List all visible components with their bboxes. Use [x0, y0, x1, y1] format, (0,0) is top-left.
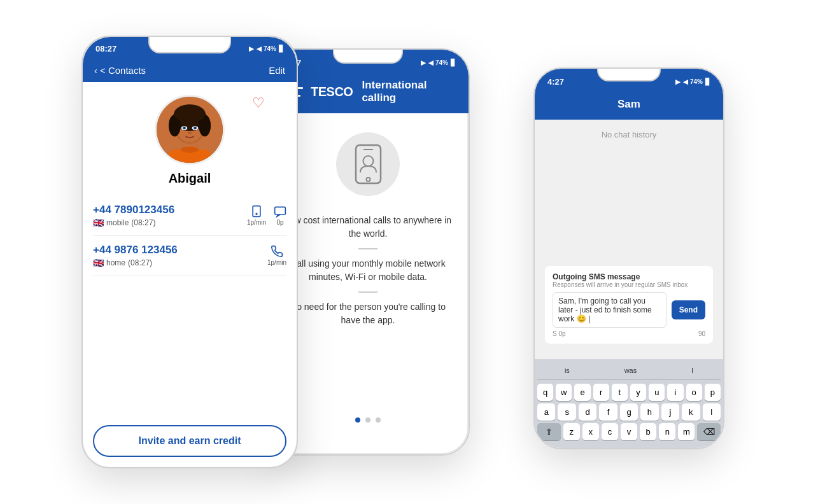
phone-illustration-svg	[351, 142, 386, 186]
phone1-back-btn[interactable]: ‹ < Contacts	[94, 65, 146, 76]
phone2-battery-icon: ▊	[451, 59, 456, 66]
key-p[interactable]: p	[705, 384, 721, 401]
key-w[interactable]: w	[556, 384, 572, 401]
chars-remaining: 90	[698, 330, 705, 337]
key-m[interactable]: m	[678, 423, 695, 440]
chat-contact-name: Sam	[617, 98, 640, 110]
key-x[interactable]: x	[582, 423, 599, 440]
phone-contacts: 08:27 ▶ ◀ 74% ▊ ‹ < Contacts Edit	[81, 36, 298, 468]
avatar-image	[157, 95, 223, 165]
dot-3[interactable]	[376, 417, 381, 423]
svg-point-16	[181, 146, 199, 152]
contact-avatar-section: ♡ Abigail	[83, 82, 297, 196]
time-label-2: (08:27)	[128, 258, 152, 267]
back-chevron-icon: ‹	[94, 65, 97, 76]
key-g[interactable]: g	[620, 403, 638, 421]
kbd-suggestions-row: is was I	[537, 364, 721, 380]
key-i[interactable]: i	[667, 384, 683, 401]
call-icon-1[interactable]: 1p/min	[247, 205, 266, 226]
scene: 08:27 ▶ ◀ 74% ▊ ‹ < Contacts Edit	[62, 10, 763, 494]
key-n[interactable]: n	[659, 423, 675, 440]
dots-indicator	[355, 417, 381, 435]
phone-entry-2[interactable]: +44 9876 123456 🇬🇧 home (08:27)	[93, 236, 286, 276]
phone2-notch	[333, 50, 403, 64]
key-y[interactable]: y	[630, 384, 646, 401]
intl-divider-1	[358, 248, 377, 249]
sms-count-row: S 0p 90	[553, 330, 705, 337]
key-a[interactable]: a	[537, 403, 555, 421]
phone-icon-svg-2	[271, 245, 283, 258]
sms-sublabel: Responses will arrive in your regular SM…	[553, 281, 705, 288]
phone-type-1: 🇬🇧 mobile (08:27)	[93, 218, 247, 228]
key-e[interactable]: e	[574, 384, 590, 401]
sms-icon-svg-1	[274, 205, 286, 218]
flag-icon-1: 🇬🇧	[93, 218, 104, 228]
sms-icon-1[interactable]: 0p	[274, 205, 286, 226]
phone3-battery-icon: ▊	[705, 78, 710, 85]
phone3-chat-header: Sam	[535, 92, 723, 120]
phone-entry-1[interactable]: +44 7890123456 🇬🇧 mobile (08:27)	[93, 196, 286, 236]
key-u[interactable]: u	[649, 384, 665, 401]
phone-entry-2-info: +44 9876 123456 🇬🇧 home (08:27)	[93, 244, 267, 268]
svg-rect-17	[253, 206, 260, 217]
dot-1[interactable]	[355, 417, 360, 423]
phone2-battery: ◀ 74%	[428, 59, 448, 66]
key-h[interactable]: h	[640, 403, 658, 421]
phone-illustration	[336, 132, 400, 196]
phone3-screen: 4:27 ▶ ◀ 74% ▊ Sam No chat history Outgo…	[535, 69, 723, 448]
svg-point-21	[366, 178, 370, 181]
key-backspace[interactable]: ⌫	[697, 423, 721, 440]
phone3-status-icons: ▶ ◀ 74% ▊	[675, 78, 710, 85]
intl-calling-title: International calling	[362, 79, 458, 104]
key-f[interactable]: f	[599, 403, 617, 421]
kbd-suggestion-1[interactable]: is	[565, 367, 570, 374]
phone1-contact-screen: ♡ Abigail +44 7890123456 🇬🇧 mobile (08:2…	[83, 82, 297, 468]
phone-numbers-section: +44 7890123456 🇬🇧 mobile (08:27)	[83, 196, 297, 416]
kbd-row-2: a s d f g h j k l	[537, 403, 721, 421]
phone3-chat-body: No chat history Outgoing SMS message Res…	[535, 120, 723, 359]
phone1-back-label[interactable]: < Contacts	[100, 65, 146, 76]
phone1-battery-pct: ◀ 74%	[257, 45, 276, 52]
invite-earn-button[interactable]: Invite and earn credit	[93, 425, 286, 457]
intl-feature-3: No need for the person you're calling to…	[283, 300, 453, 327]
key-t[interactable]: t	[612, 384, 628, 401]
key-z[interactable]: z	[563, 423, 580, 440]
phone-type-2: 🇬🇧 home (08:27)	[93, 258, 267, 268]
phone-entry-2-icons: 1p/min	[267, 245, 286, 266]
phone-number-1[interactable]: +44 7890123456	[93, 204, 247, 216]
key-j[interactable]: j	[661, 403, 679, 421]
phone-number-2[interactable]: +44 9876 123456	[93, 244, 267, 256]
call-icon-2[interactable]: 1p/min	[267, 245, 286, 266]
svg-point-18	[256, 213, 257, 214]
phone3-notch	[597, 69, 661, 81]
sms-text-input[interactable]: Sam, I'm going to call you later - just …	[553, 292, 666, 328]
outgoing-sms-section: Outgoing SMS message Responses will arri…	[545, 266, 713, 344]
call-rate-2: 1p/min	[267, 259, 286, 266]
phone1-signal: ▶	[249, 45, 254, 52]
key-r[interactable]: r	[593, 384, 609, 401]
key-shift[interactable]: ⇧	[537, 423, 561, 440]
key-v[interactable]: v	[621, 423, 637, 440]
key-b[interactable]: b	[640, 423, 656, 440]
key-q[interactable]: q	[537, 384, 553, 401]
kbd-suggestion-2[interactable]: was	[624, 367, 637, 374]
key-k[interactable]: k	[682, 403, 700, 421]
key-c[interactable]: c	[602, 423, 618, 440]
key-l[interactable]: l	[703, 403, 721, 421]
key-s[interactable]: s	[558, 403, 575, 421]
sms-label: Outgoing SMS message	[553, 272, 705, 281]
phone-icon-svg-1	[250, 205, 263, 218]
intl-features: Low cost international calls to anywhere…	[283, 214, 453, 417]
dot-2[interactable]	[365, 417, 370, 423]
phone1-edit-btn[interactable]: Edit	[269, 65, 285, 76]
key-o[interactable]: o	[686, 384, 702, 401]
svg-point-23	[363, 156, 373, 166]
kbd-suggestion-3[interactable]: I	[691, 367, 693, 374]
phone-entry-1-icons: 1p/min 0p	[247, 205, 286, 226]
time-label-1: (08:27)	[131, 218, 155, 227]
key-d[interactable]: d	[579, 403, 596, 421]
svg-point-13	[194, 127, 196, 129]
svg-point-7	[174, 104, 205, 122]
heart-icon[interactable]: ♡	[252, 95, 265, 111]
send-button[interactable]: Send	[672, 300, 705, 319]
